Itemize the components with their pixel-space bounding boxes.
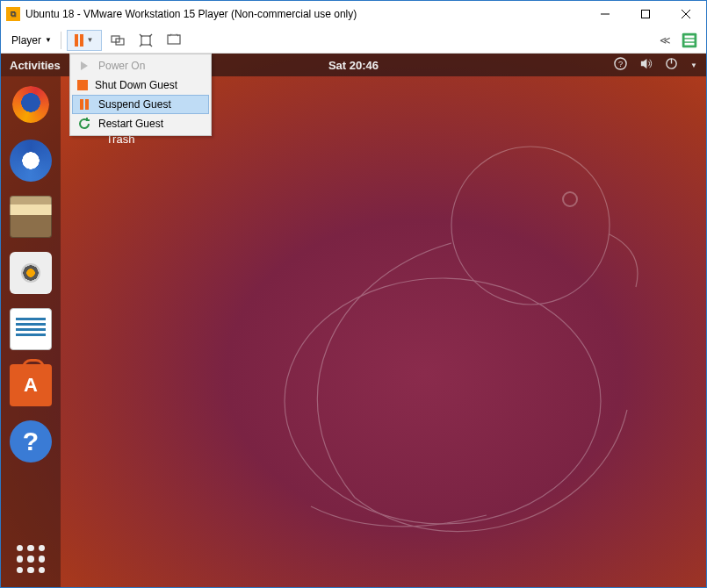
window-controls [585,1,706,27]
player-menu[interactable]: Player ▼ [8,32,55,48]
svg-rect-17 [685,42,695,45]
menu-item-restart-guest[interactable]: Restart Guest [72,114,209,133]
activities-button[interactable]: Activities [10,59,61,72]
pause-icon [77,97,91,111]
close-button[interactable] [666,1,706,27]
svg-text:?: ? [618,60,623,68]
menu-item-power-on[interactable]: Power On [72,56,209,75]
svg-point-25 [563,192,577,206]
play-icon [77,59,91,73]
chevron-down-icon: ▼ [690,61,697,69]
menu-item-label: Suspend Guest [98,98,171,111]
dock-item-libreoffice-writer[interactable] [10,308,52,350]
vmware-icon: ⧉ [6,7,20,21]
dock-item-rhythmbox[interactable] [10,252,52,294]
vmware-player-window: ⧉ Ubuntu 18 - VMware Workstation 15 Play… [0,0,707,588]
dock-item-thunderbird[interactable] [10,140,52,182]
svg-rect-6 [141,36,150,45]
dock-show-applications[interactable] [13,541,48,577]
power-dropdown-menu: Power On Shut Down Guest Suspend Guest R… [69,54,212,136]
window-titlebar: ⧉ Ubuntu 18 - VMware Workstation 15 Play… [1,1,706,27]
accessibility-icon[interactable]: ? [614,57,627,73]
dock-item-help[interactable]: ? [10,420,52,463]
dock-item-ubuntu-software[interactable] [10,364,52,406]
svg-rect-15 [685,35,695,38]
menu-item-label: Power On [98,60,145,72]
window-title: Ubuntu 18 - VMware Workstation 15 Player… [25,8,585,20]
menu-item-shut-down-guest[interactable]: Shut Down Guest [72,75,209,95]
menu-item-suspend-guest[interactable]: Suspend Guest [72,95,209,114]
unity-mode-button[interactable] [162,30,186,51]
menu-item-label: Restart Guest [98,118,163,130]
player-menu-label: Player [11,34,41,47]
suspend-icon [75,34,83,47]
ubuntu-dock: ? [1,76,61,587]
menu-item-label: Shut Down Guest [95,79,177,91]
chevron-down-icon: ▼ [86,36,93,44]
send-ctrl-alt-del-button[interactable] [105,30,130,51]
wallpaper-art [223,129,680,550]
cycle-multiple-monitors-button[interactable]: ≪ [653,34,676,47]
minimize-button[interactable] [585,1,625,27]
toolbar-separator [61,32,61,49]
ubuntu-desktop[interactable]: Trash [61,76,706,587]
svg-point-24 [451,147,610,305]
svg-rect-11 [168,35,180,44]
svg-rect-1 [642,11,650,18]
svg-rect-16 [685,39,695,41]
fullscreen-button[interactable] [133,30,158,51]
volume-icon[interactable] [639,57,653,73]
chevron-down-icon: ▼ [45,36,52,44]
svg-marker-18 [81,61,88,70]
system-tray[interactable]: ? ▼ [614,57,697,73]
dock-item-firefox[interactable] [10,83,52,125]
svg-point-26 [285,278,601,524]
vmware-toolbar: Player ▼ ▼ ≪ [1,27,706,54]
svg-marker-21 [641,59,647,68]
maximize-button[interactable] [625,1,666,27]
preferences-button[interactable] [680,31,699,50]
restart-icon [77,117,91,131]
power-icon[interactable] [665,57,678,73]
stop-icon [77,80,88,90]
power-dropdown-button[interactable]: ▼ [67,30,102,51]
dock-item-files[interactable] [10,196,52,238]
